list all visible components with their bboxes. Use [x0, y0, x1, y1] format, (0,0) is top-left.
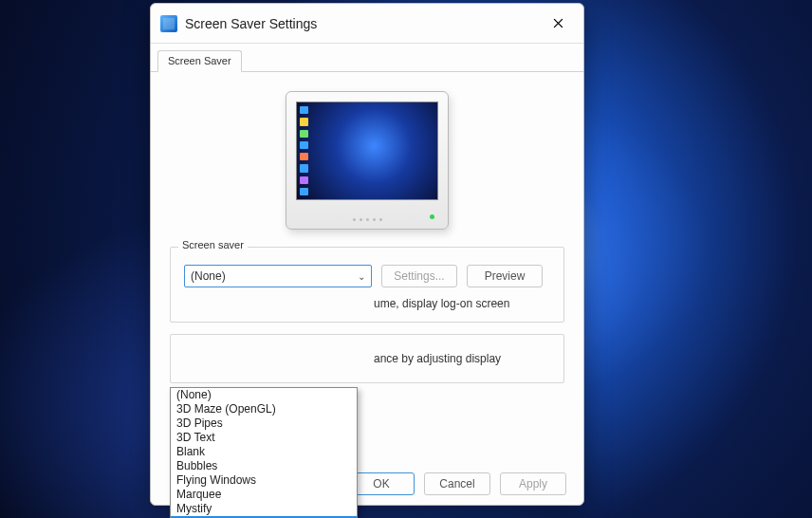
dropdown-item[interactable]: Mystify	[171, 502, 357, 516]
cancel-button[interactable]: Cancel	[424, 472, 490, 495]
screensaver-combobox-value: (None)	[191, 269, 226, 283]
dialog-footer: OK Cancel Apply	[348, 472, 566, 495]
screen-saver-settings-dialog: Screen Saver Settings Screen Saver Scree…	[150, 3, 584, 506]
resume-logon-text: ume, display log-on screen	[184, 297, 550, 310]
power-management-groupbox: ance by adjusting display	[170, 334, 564, 383]
tab-screen-saver[interactable]: Screen Saver	[157, 50, 242, 72]
tabstrip: Screen Saver	[151, 47, 583, 72]
dropdown-item[interactable]: Blank	[171, 445, 357, 459]
dropdown-item[interactable]: Flying Windows	[171, 473, 357, 488]
tab-body: Screen saver (None) ⌄ Settings... Previe…	[151, 72, 583, 505]
dropdown-item[interactable]: 3D Maze (OpenGL)	[171, 402, 357, 416]
screensaver-combobox[interactable]: (None) ⌄	[184, 265, 372, 287]
chevron-down-icon: ⌄	[358, 271, 365, 282]
monitor-preview	[286, 91, 449, 230]
screensaver-app-icon	[160, 15, 177, 32]
power-text-fragment: ance by adjusting display	[184, 352, 550, 365]
settings-button[interactable]: Settings...	[381, 265, 457, 287]
close-icon	[553, 18, 563, 28]
ok-button[interactable]: OK	[348, 472, 415, 495]
window-title: Screen Saver Settings	[185, 16, 542, 31]
titlebar: Screen Saver Settings	[151, 4, 583, 44]
dropdown-item[interactable]: 3D Pipes	[171, 416, 357, 431]
desktop-icons	[300, 106, 323, 195]
apply-button[interactable]: Apply	[500, 472, 566, 495]
monitor-led-icon	[430, 214, 434, 219]
monitor-preview-area	[170, 91, 564, 230]
screensaver-groupbox: Screen saver (None) ⌄ Settings... Previe…	[170, 247, 564, 323]
monitor-screen	[296, 102, 438, 200]
dropdown-item[interactable]: Marquee	[171, 488, 357, 502]
dropdown-item[interactable]: Bubbles	[171, 459, 357, 473]
screensaver-groupbox-label: Screen saver	[178, 239, 248, 250]
close-button[interactable]	[542, 10, 574, 37]
preview-button[interactable]: Preview	[467, 265, 543, 287]
screensaver-dropdown-list[interactable]: (None)3D Maze (OpenGL)3D Pipes3D TextBla…	[170, 387, 358, 518]
dropdown-item[interactable]: 3D Text	[171, 431, 357, 445]
dropdown-item[interactable]: (None)	[171, 388, 357, 402]
